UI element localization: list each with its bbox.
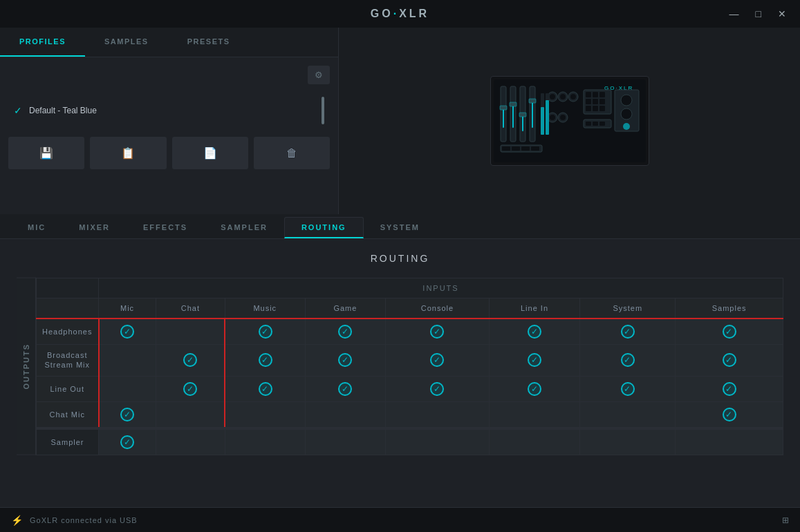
label-headphones: Headphones bbox=[37, 319, 99, 345]
scroll-indicator bbox=[322, 97, 324, 124]
svg-rect-3 bbox=[503, 107, 504, 128]
row-broadcast: Broadcast Stream Mix ✓ ✓ ✓ ✓ ✓ ✓ ✓ bbox=[37, 345, 783, 377]
svg-rect-33 bbox=[599, 106, 605, 111]
svg-rect-31 bbox=[586, 106, 591, 111]
col-system: System bbox=[580, 298, 676, 319]
row-chatmic: Chat Mic ✓ ✓ bbox=[37, 401, 783, 428]
cell-chatmic-samples[interactable]: ✓ bbox=[676, 401, 783, 428]
svg-rect-41 bbox=[599, 122, 605, 126]
cell-chatmic-game[interactable] bbox=[305, 401, 385, 428]
routing-table: INPUTS Mic Chat Music Game Console Line … bbox=[36, 278, 783, 455]
cell-broadcast-game[interactable]: ✓ bbox=[305, 345, 385, 377]
cell-sampler-chat[interactable] bbox=[156, 428, 225, 455]
tab-routing[interactable]: ROUTING bbox=[284, 217, 364, 238]
tab-profiles[interactable]: PROFILES bbox=[0, 28, 85, 57]
svg-point-19 bbox=[570, 94, 576, 99]
cell-broadcast-chat[interactable]: ✓ bbox=[156, 345, 225, 377]
cell-sampler-linein[interactable] bbox=[489, 428, 579, 455]
top-section: PROFILES SAMPLES PRESETS ⚙ ✓ Default - T… bbox=[0, 28, 800, 214]
statusbar: ⚡ GoXLR connected via USB ⊞ bbox=[0, 507, 800, 532]
minimize-button[interactable]: — bbox=[727, 7, 742, 21]
svg-point-17 bbox=[560, 94, 566, 99]
cell-sampler-music[interactable] bbox=[225, 428, 305, 455]
svg-rect-40 bbox=[593, 122, 598, 126]
cell-lineout-music[interactable]: ✓ bbox=[225, 376, 305, 401]
cell-broadcast-samples[interactable]: ✓ bbox=[676, 345, 783, 377]
routing-table-main: INPUTS Mic Chat Music Game Console Line … bbox=[36, 278, 783, 455]
cell-lineout-console[interactable]: ✓ bbox=[386, 376, 490, 401]
profile-gear-button[interactable]: ⚙ bbox=[308, 66, 330, 84]
cell-chatmic-mic[interactable]: ✓ bbox=[99, 401, 156, 428]
tab-mic[interactable]: MIC bbox=[11, 218, 62, 238]
cell-headphones-chat[interactable] bbox=[156, 319, 225, 345]
active-profile-item[interactable]: ✓ Default - Teal Blue bbox=[8, 90, 330, 131]
cell-broadcast-mic[interactable] bbox=[99, 345, 156, 377]
cell-lineout-game[interactable]: ✓ bbox=[305, 376, 385, 401]
cell-broadcast-console[interactable]: ✓ bbox=[386, 345, 490, 377]
cell-lineout-chat[interactable]: ✓ bbox=[156, 376, 225, 401]
svg-point-21 bbox=[550, 115, 555, 120]
profile-delete-button[interactable]: 🗑 bbox=[254, 137, 330, 169]
cell-lineout-system[interactable]: ✓ bbox=[580, 376, 676, 401]
cell-chatmic-console[interactable] bbox=[386, 401, 490, 428]
svg-rect-10 bbox=[500, 106, 507, 110]
svg-rect-12 bbox=[519, 113, 526, 117]
svg-rect-32 bbox=[593, 106, 598, 111]
close-button[interactable]: ✕ bbox=[775, 7, 789, 21]
cell-headphones-linein[interactable]: ✓ bbox=[489, 319, 579, 345]
svg-rect-25 bbox=[586, 92, 591, 97]
device-visual: GO·XLR bbox=[494, 79, 646, 162]
cell-broadcast-linein[interactable]: ✓ bbox=[489, 345, 579, 377]
tab-system[interactable]: SYSTEM bbox=[364, 218, 436, 238]
row-headphones: Headphones ✓ ✓ ✓ ✓ ✓ ✓ ✓ bbox=[37, 319, 783, 345]
usb-icon: ⚡ bbox=[11, 515, 23, 526]
tab-samples[interactable]: SAMPLES bbox=[85, 28, 168, 57]
cell-sampler-samples[interactable] bbox=[676, 428, 783, 455]
profile-actions: 💾 📋 📄 🗑 bbox=[8, 131, 330, 175]
col-samples: Samples bbox=[676, 298, 783, 319]
cell-lineout-samples[interactable]: ✓ bbox=[676, 376, 783, 401]
profile-saveas-button[interactable]: 📋 bbox=[90, 137, 166, 169]
svg-rect-50 bbox=[546, 100, 549, 135]
row-sampler: Sampler ✓ bbox=[37, 428, 783, 455]
tab-sampler[interactable]: SAMPLER bbox=[204, 218, 284, 238]
tab-presets[interactable]: PRESETS bbox=[168, 28, 250, 57]
cell-headphones-system[interactable]: ✓ bbox=[580, 319, 676, 345]
cell-chatmic-system[interactable] bbox=[580, 401, 676, 428]
cell-lineout-mic[interactable] bbox=[99, 376, 156, 401]
cell-sampler-game[interactable] bbox=[305, 428, 385, 455]
cell-headphones-music[interactable]: ✓ bbox=[225, 319, 305, 345]
cell-broadcast-system[interactable]: ✓ bbox=[580, 345, 676, 377]
cell-sampler-mic[interactable]: ✓ bbox=[99, 428, 156, 455]
left-panel: PROFILES SAMPLES PRESETS ⚙ ✓ Default - T… bbox=[0, 28, 339, 214]
cell-headphones-samples[interactable]: ✓ bbox=[676, 319, 783, 345]
cell-chatmic-music[interactable] bbox=[225, 401, 305, 428]
tab-mixer[interactable]: MIXER bbox=[62, 218, 127, 238]
cell-chatmic-chat[interactable] bbox=[156, 401, 225, 428]
profile-toolbar: ⚙ bbox=[8, 66, 330, 84]
svg-rect-29 bbox=[593, 99, 598, 104]
col-game: Game bbox=[305, 298, 385, 319]
svg-rect-27 bbox=[599, 92, 605, 97]
cell-broadcast-music[interactable]: ✓ bbox=[225, 345, 305, 377]
cell-lineout-linein[interactable]: ✓ bbox=[489, 376, 579, 401]
app-window: GO·XLR — □ ✕ PROFILES SAMPLES PRESETS ⚙ bbox=[0, 0, 800, 532]
col-mic: Mic bbox=[99, 298, 156, 319]
profile-tabs: PROFILES SAMPLES PRESETS bbox=[0, 28, 338, 57]
cell-sampler-console[interactable] bbox=[386, 428, 490, 455]
svg-rect-28 bbox=[586, 99, 591, 104]
maximize-button[interactable]: □ bbox=[753, 7, 764, 21]
svg-point-23 bbox=[560, 115, 566, 120]
cell-headphones-mic[interactable]: ✓ bbox=[99, 319, 156, 345]
outputs-label: OUTPUTS bbox=[17, 278, 36, 455]
cell-headphones-game[interactable]: ✓ bbox=[305, 319, 385, 345]
profile-copy-button[interactable]: 📄 bbox=[172, 137, 248, 169]
cell-chatmic-linein[interactable] bbox=[489, 401, 579, 428]
svg-rect-48 bbox=[541, 107, 544, 135]
cell-headphones-console[interactable]: ✓ bbox=[386, 319, 490, 345]
cell-sampler-system[interactable] bbox=[580, 428, 676, 455]
tab-effects[interactable]: EFFECTS bbox=[127, 218, 204, 238]
svg-rect-44 bbox=[512, 146, 520, 151]
titlebar: GO·XLR — □ ✕ bbox=[0, 0, 800, 28]
profile-save-button[interactable]: 💾 bbox=[8, 137, 84, 169]
